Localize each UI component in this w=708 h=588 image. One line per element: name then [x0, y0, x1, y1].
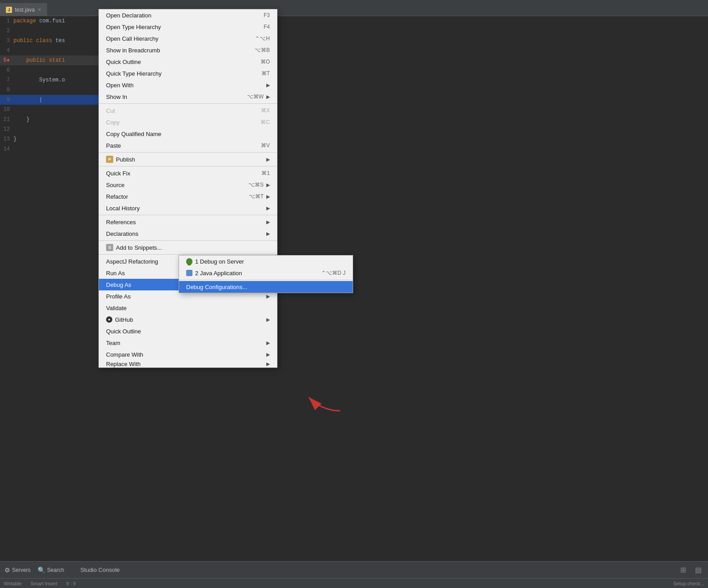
menu-item-label: Open With [106, 82, 133, 89]
menu-item-label: P Publish [106, 156, 135, 163]
toolbar-icon-2[interactable]: ▤ [692, 565, 704, 575]
line-number: 4 [0, 47, 13, 54]
menu-item-label: AspectJ Refactoring [106, 258, 158, 265]
submenu-arrow-icon: ▶ [266, 82, 270, 88]
menu-refactor[interactable]: Refactor ⌥⌘T ▶ [99, 191, 277, 202]
search-tab[interactable]: 🔍 Search [38, 567, 64, 574]
menu-declarations[interactable]: Declarations ▶ [99, 228, 277, 239]
line-content: package com.fusi [13, 18, 65, 24]
submenu-arrow-icon: ▶ [266, 219, 270, 225]
line-number: 10 [0, 107, 13, 113]
line-number: 8 [0, 87, 13, 93]
line-content: System.o [13, 77, 65, 83]
line-number: 13 [0, 136, 13, 142]
menu-local-history[interactable]: Local History ▶ [99, 202, 277, 214]
menu-copy-qualified-name[interactable]: Copy Qualified Name [99, 128, 277, 140]
context-menu: Open Declaration F3 Open Type Hierarchy … [98, 9, 277, 368]
menu-source[interactable]: Source ⌥⌘S ▶ [99, 179, 277, 191]
line-number: 7 [0, 77, 13, 83]
menu-item-label: Paste [106, 142, 121, 149]
menu-open-with[interactable]: Open With ▶ [99, 79, 277, 91]
shortcut: F4 [264, 24, 270, 30]
menu-item-label: Quick Outline [106, 328, 141, 335]
menu-open-declaration[interactable]: Open Declaration F3 [99, 9, 277, 21]
status-insert-mode: Smart Insert [30, 581, 57, 586]
menu-publish[interactable]: P Publish ▶ [99, 153, 277, 165]
menu-team[interactable]: Team ▶ [99, 337, 277, 349]
servers-icon: ⚙ [4, 567, 10, 574]
menu-quick-type-hierarchy[interactable]: Quick Type Hierarchy ⌘T [99, 68, 277, 79]
separator-6 [99, 254, 277, 255]
menu-item-label: Quick Outline [106, 59, 141, 65]
shortcut: ⌘V [261, 142, 270, 149]
menu-item-label: Open Declaration [106, 12, 151, 19]
menu-copy[interactable]: Copy ⌘C [99, 116, 277, 128]
shortcut: ⌥⌘S [248, 182, 264, 188]
submenu-arrow-icon: ▶ [266, 157, 270, 162]
line-number: 5● [0, 57, 13, 64]
java-file-icon: J [6, 7, 12, 13]
debug-submenu: 1 Debug on Server 2 Java Application ⌃⌥⌘… [179, 255, 353, 293]
menu-item-label: Profile As [106, 293, 131, 300]
shortcut: ⌃⌥⌘D J [321, 270, 345, 276]
bottom-panel: ⚙ Servers 🔍 Search Studio Console ⊞ ▤ [0, 561, 708, 578]
submenu-debug-configurations[interactable]: Debug Configurations... [179, 281, 353, 293]
line-number: 12 [0, 126, 13, 132]
shortcut: ⌃⌥H [255, 35, 270, 42]
menu-validate[interactable]: Validate [99, 302, 277, 314]
menu-compare-with[interactable]: Compare With ▶ [99, 349, 277, 360]
menu-references[interactable]: References ▶ [99, 216, 277, 228]
menu-open-type-hierarchy[interactable]: Open Type Hierarchy F4 [99, 21, 277, 33]
submenu-arrow-icon: ▶ [266, 361, 270, 367]
line-number: 3 [0, 38, 13, 44]
line-content: | [13, 97, 43, 103]
menu-paste[interactable]: Paste ⌘V [99, 140, 277, 151]
menu-item-label: Local History [106, 205, 140, 212]
submenu-arrow-icon: ▶ [266, 182, 270, 188]
menu-item-label: Show In [106, 94, 127, 100]
editor-tab[interactable]: J test.java ✕ [0, 3, 47, 16]
snippets-icon: S [106, 244, 113, 251]
submenu-arrow-icon: ▶ [266, 317, 270, 323]
status-bar: Writable Smart Insert 9 : 9 Setup check.… [0, 578, 708, 588]
publish-icon: P [106, 156, 113, 163]
shortcut: ⌘T [261, 70, 270, 77]
tab-filename: test.java [15, 7, 35, 13]
submenu-item-label: Debug Configurations... [186, 284, 247, 290]
line-number: 9 [0, 97, 13, 103]
menu-item-label: Open Call Hierarchy [106, 35, 158, 42]
submenu-arrow-icon: ▶ [266, 194, 270, 200]
separator-1 [99, 103, 277, 104]
menu-item-label: Team [106, 340, 120, 346]
menu-show-in-breadcrumb[interactable]: Show in Breadcrumb ⌥⌘B [99, 44, 277, 56]
submenu-arrow-icon: ▶ [266, 352, 270, 358]
menu-item-label: Validate [106, 305, 127, 311]
menu-cut[interactable]: Cut ⌘X [99, 105, 277, 116]
menu-quick-fix[interactable]: Quick Fix ⌘1 [99, 167, 277, 179]
menu-quick-outline[interactable]: Quick Outline ⌘O [99, 56, 277, 68]
menu-item-label: Replace With [106, 361, 141, 367]
menu-quick-outline-2[interactable]: Quick Outline [99, 325, 277, 337]
menu-add-to-snippets[interactable]: S Add to Snippets... [99, 242, 277, 253]
servers-tab[interactable]: ⚙ Servers [4, 567, 30, 574]
line-number: 1 [0, 18, 13, 24]
menu-github[interactable]: ● GitHub ▶ [99, 314, 277, 325]
menu-item-label: Run As [106, 270, 125, 277]
submenu-arrow-icon: ▶ [266, 340, 270, 346]
line-content: } [13, 116, 30, 123]
submenu-debug-on-server[interactable]: 1 Debug on Server [179, 256, 353, 267]
menu-item-label: References [106, 219, 136, 226]
github-icon: ● [106, 316, 112, 323]
separator-5 [99, 240, 277, 241]
menu-show-in[interactable]: Show In ⌥⌘W ▶ [99, 91, 277, 102]
tab-close-button[interactable]: ✕ [38, 7, 41, 12]
toolbar-icon-1[interactable]: ⊞ [677, 565, 689, 575]
submenu-java-application[interactable]: 2 Java Application ⌃⌥⌘D J [179, 267, 353, 279]
menu-open-call-hierarchy[interactable]: Open Call Hierarchy ⌃⌥H [99, 33, 277, 44]
menu-replace-with[interactable]: Replace With ▶ [99, 360, 277, 367]
java-app-icon [186, 270, 192, 276]
menu-item-label: Declarations [106, 230, 138, 237]
shortcut: F3 [264, 12, 270, 18]
separator-4 [99, 215, 277, 215]
shortcut: ⌘X [261, 107, 270, 114]
